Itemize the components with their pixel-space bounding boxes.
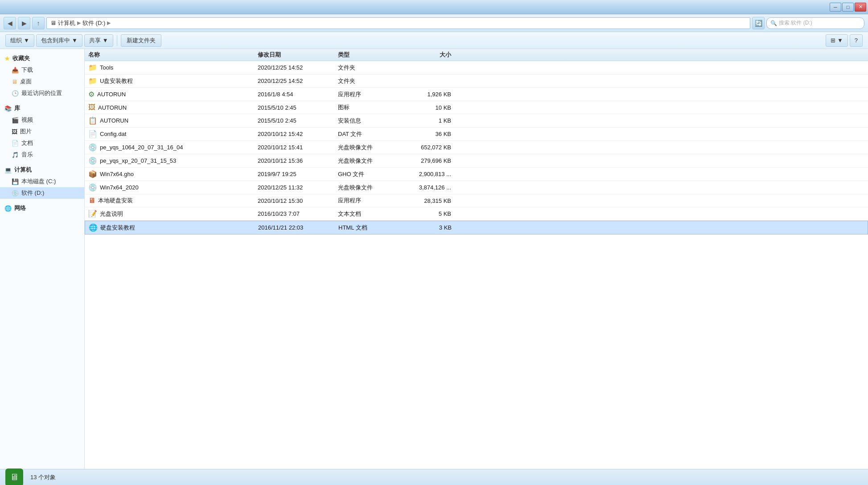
sidebar-library-header[interactable]: 📚 库 bbox=[0, 103, 84, 114]
file-icon: 📄 bbox=[88, 130, 97, 138]
refresh-button[interactable]: 🔄 bbox=[752, 17, 765, 29]
network-icon: 🌐 bbox=[4, 205, 12, 212]
sidebar-item-recent[interactable]: 🕒 最近访问的位置 bbox=[0, 87, 84, 99]
file-name-label: 光盘说明 bbox=[100, 210, 123, 218]
file-icon: 🖼 bbox=[88, 103, 95, 111]
sidebar-computer-header[interactable]: 💻 计算机 bbox=[0, 164, 84, 176]
file-type-cell: 安装信息 bbox=[334, 115, 397, 127]
search-placeholder: 搜索 软件 (D:) bbox=[779, 19, 812, 27]
col-header-type[interactable]: 类型 bbox=[334, 51, 397, 59]
col-header-name[interactable]: 名称 bbox=[85, 51, 254, 59]
sidebar-recent-label: 最近访问的位置 bbox=[21, 89, 62, 97]
sidebar-item-music[interactable]: 🎵 音乐 bbox=[0, 149, 84, 160]
table-row[interactable]: 📦 Win7x64.gho 2019/9/7 19:25 GHO 文件 2,90… bbox=[85, 168, 868, 181]
table-row[interactable]: 📁 Tools 2020/12/25 14:52 文件夹 bbox=[85, 61, 868, 74]
table-row[interactable]: 💿 pe_yqs_xp_20_07_31_15_53 2020/10/12 15… bbox=[85, 154, 868, 168]
table-row[interactable]: ⚙ AUTORUN 2016/1/8 4:54 应用程序 1,926 KB bbox=[85, 88, 868, 101]
file-size-cell: 3 KB bbox=[397, 222, 455, 233]
sidebar-network-header[interactable]: 🌐 网络 bbox=[0, 202, 84, 214]
view-button[interactable]: ⊞ ▼ bbox=[826, 34, 848, 47]
sidebar-item-docs[interactable]: 📄 文档 bbox=[0, 137, 84, 149]
breadcrumb-sep1: ▶ bbox=[77, 20, 81, 26]
sidebar-favorites-header[interactable]: ★ 收藏夹 bbox=[0, 53, 84, 64]
sidebar-item-desktop[interactable]: 🖥 桌面 bbox=[0, 76, 84, 87]
sidebar-images-label: 图片 bbox=[20, 127, 32, 136]
sidebar-item-images[interactable]: 🖼 图片 bbox=[0, 126, 84, 137]
file-size-cell: 3,874,126 ... bbox=[397, 182, 455, 193]
col-header-date[interactable]: 修改日期 bbox=[254, 51, 334, 59]
sidebar-docs-label: 文档 bbox=[21, 139, 33, 147]
file-date-cell: 2020/12/25 11:32 bbox=[254, 182, 334, 193]
table-row[interactable]: 📋 AUTORUN 2015/5/10 2:45 安装信息 1 KB bbox=[85, 114, 868, 127]
file-name-cell: 📋 AUTORUN bbox=[85, 114, 254, 127]
file-name-cell: 💿 Win7x64_2020 bbox=[85, 181, 254, 194]
sidebar-item-local-c[interactable]: 💾 本地磁盘 (C:) bbox=[0, 176, 84, 187]
maximize-button[interactable]: □ bbox=[842, 3, 854, 12]
file-name-label: 本地硬盘安装 bbox=[98, 197, 133, 205]
sidebar-local-c-label: 本地磁盘 (C:) bbox=[21, 177, 56, 185]
minimize-button[interactable]: ─ bbox=[830, 3, 841, 12]
back-button[interactable]: ◀ bbox=[4, 17, 16, 29]
sidebar-videos-label: 视频 bbox=[21, 116, 33, 124]
window-controls: ─ □ ✕ bbox=[830, 3, 866, 12]
table-row[interactable]: 💿 pe_yqs_1064_20_07_31_16_04 2020/10/12 … bbox=[85, 141, 868, 154]
table-row[interactable]: 💿 Win7x64_2020 2020/12/25 11:32 光盘映像文件 3… bbox=[85, 181, 868, 194]
file-name-cell: 📝 光盘说明 bbox=[85, 207, 254, 220]
toolbar-divider bbox=[117, 35, 117, 46]
help-icon: ? bbox=[855, 37, 858, 44]
breadcrumb-computer[interactable]: 计算机 bbox=[58, 19, 75, 27]
file-size-cell: 2,900,813 ... bbox=[397, 169, 455, 180]
file-name-label: AUTORUN bbox=[100, 117, 128, 124]
share-button[interactable]: 共享 ▼ bbox=[84, 34, 113, 47]
table-row[interactable]: 🌐 硬盘安装教程 2016/11/21 22:03 HTML 文档 3 KB bbox=[85, 221, 868, 234]
status-bar: 🖥 13 个对象 bbox=[0, 469, 868, 485]
sidebar-network-label: 网络 bbox=[14, 204, 26, 212]
file-date-cell: 2020/10/12 15:36 bbox=[254, 155, 334, 166]
file-name-label: Tools bbox=[100, 64, 113, 71]
col-header-size[interactable]: 大小 bbox=[397, 51, 455, 59]
table-row[interactable]: 📁 U盘安装教程 2020/12/25 14:52 文件夹 bbox=[85, 74, 868, 88]
sidebar-item-downloads[interactable]: 📥 下载 bbox=[0, 64, 84, 76]
file-name-cell: 📁 U盘安装教程 bbox=[85, 74, 254, 87]
new-folder-button[interactable]: 新建文件夹 bbox=[121, 34, 161, 47]
file-date-cell: 2016/1/8 4:54 bbox=[254, 89, 334, 100]
help-button[interactable]: ? bbox=[850, 34, 863, 47]
table-row[interactable]: 🖥 本地硬盘安装 2020/10/12 15:30 应用程序 28,315 KB bbox=[85, 194, 868, 207]
status-app-icon: 🖥 bbox=[5, 469, 23, 485]
file-list-area: 名称 修改日期 类型 大小 📁 Tools 2020/12/25 14:52 文… bbox=[85, 49, 868, 469]
close-button[interactable]: ✕ bbox=[855, 3, 866, 12]
sidebar-item-videos[interactable]: 🎬 视频 bbox=[0, 114, 84, 126]
recent-folder-icon: 🕒 bbox=[12, 90, 19, 97]
sidebar: ★ 收藏夹 📥 下载 🖥 桌面 🕒 最近访问的位置 📚 库 bbox=[0, 49, 85, 469]
up-button[interactable]: ↑ bbox=[32, 17, 45, 29]
sidebar-item-software-d[interactable]: 💿 软件 (D:) bbox=[0, 187, 84, 199]
file-type-cell: 图标 bbox=[334, 101, 397, 114]
file-size-cell: 28,315 KB bbox=[397, 195, 455, 206]
table-row[interactable]: 🖼 AUTORUN 2015/5/10 2:45 图标 10 KB bbox=[85, 101, 868, 114]
include-lib-button[interactable]: 包含到库中 ▼ bbox=[36, 34, 82, 47]
forward-button[interactable]: ▶ bbox=[18, 17, 30, 29]
organize-label: 组织 bbox=[10, 37, 22, 45]
software-d-icon: 💿 bbox=[12, 190, 19, 197]
file-type-cell: 光盘映像文件 bbox=[334, 181, 397, 194]
file-size-cell: 279,696 KB bbox=[397, 155, 455, 166]
file-size-cell bbox=[397, 66, 455, 70]
videos-icon: 🎬 bbox=[12, 117, 19, 123]
organize-button[interactable]: 组织 ▼ bbox=[5, 34, 34, 47]
sidebar-section-favorites: ★ 收藏夹 📥 下载 🖥 桌面 🕒 最近访问的位置 bbox=[0, 53, 84, 99]
breadcrumb-icon: 🖥 bbox=[50, 20, 56, 26]
search-bar[interactable]: 🔍 搜索 软件 (D:) bbox=[766, 17, 864, 29]
file-size-cell: 36 KB bbox=[397, 128, 455, 140]
breadcrumb-drive[interactable]: 软件 (D:) bbox=[82, 19, 105, 27]
music-icon: 🎵 bbox=[12, 152, 19, 158]
breadcrumb[interactable]: 🖥 计算机 ▶ 软件 (D:) ▶ bbox=[46, 17, 750, 29]
file-name-label: pe_yqs_1064_20_07_31_16_04 bbox=[100, 144, 183, 151]
status-count: 13 个对象 bbox=[30, 473, 56, 481]
sidebar-section-network: 🌐 网络 bbox=[0, 202, 84, 214]
table-row[interactable]: 📄 Config.dat 2020/10/12 15:42 DAT 文件 36 … bbox=[85, 127, 868, 141]
local-c-icon: 💾 bbox=[12, 178, 19, 185]
table-row[interactable]: 📝 光盘说明 2016/10/23 7:07 文本文档 5 KB bbox=[85, 207, 868, 221]
file-type-cell: 光盘映像文件 bbox=[334, 141, 397, 154]
view-arrow: ▼ bbox=[837, 37, 843, 44]
include-lib-label: 包含到库中 bbox=[41, 37, 70, 45]
